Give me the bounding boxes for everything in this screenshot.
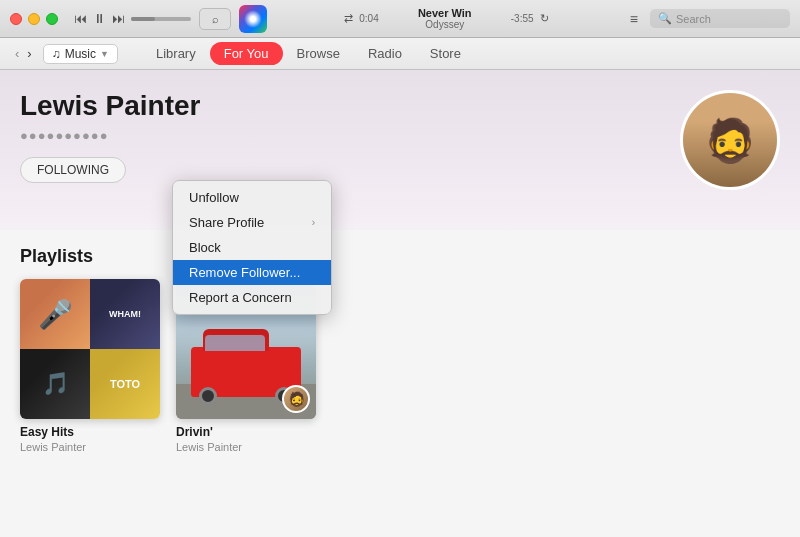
track-artist: Odyssey	[425, 19, 464, 30]
menu-item-report[interactable]: Report a Concern	[173, 285, 331, 310]
track-info: Never Win Odyssey	[385, 7, 505, 30]
music-source-selector[interactable]: ♫ Music ▼	[43, 44, 118, 64]
search-icon: 🔍	[658, 12, 672, 25]
track-time-start: 0:04	[359, 13, 378, 24]
playlist-artwork-easy-hits: 🎤 WHAM! 🎵 TOTO	[20, 279, 160, 419]
close-button[interactable]	[10, 13, 22, 25]
window-controls	[10, 13, 58, 25]
car-wheel-left	[199, 387, 217, 405]
playlist-name-easy-hits: Easy Hits	[20, 425, 160, 439]
source-chevron-icon: ▼	[100, 49, 109, 59]
artwork-cell-easy: 🎵	[20, 349, 90, 419]
search-placeholder: Search	[676, 13, 711, 25]
fullscreen-button[interactable]	[46, 13, 58, 25]
playlists-section: Playlists 🎤 WHAM! 🎵 TOTO Easy Hits Lewis…	[0, 230, 800, 537]
transport-controls: ⏮ ⏸ ⏭	[74, 11, 191, 26]
source-label: Music	[65, 47, 96, 61]
menu-item-report-label: Report a Concern	[189, 290, 292, 305]
menu-item-unfollow[interactable]: Unfollow	[173, 185, 331, 210]
menu-item-unfollow-label: Unfollow	[189, 190, 239, 205]
profile-handle: ●●●●●●●●●●	[20, 128, 780, 143]
avatar: 🧔	[680, 90, 780, 190]
tab-store[interactable]: Store	[416, 42, 475, 65]
minimize-button[interactable]	[28, 13, 40, 25]
menu-item-share-profile[interactable]: Share Profile ›	[173, 210, 331, 235]
tab-radio[interactable]: Radio	[354, 42, 416, 65]
music-note-icon: ♫	[52, 47, 61, 61]
playlist-owner-easy-hits: Lewis Painter	[20, 441, 160, 453]
menu-item-share-label: Share Profile	[189, 215, 264, 230]
search-box[interactable]: 🔍 Search	[650, 9, 790, 28]
avatar-image: 🧔	[683, 93, 777, 187]
car-windshield	[205, 335, 265, 351]
following-button[interactable]: FOLLOWING	[20, 157, 126, 183]
context-menu: Unfollow Share Profile › Block Remove Fo…	[172, 180, 332, 315]
airplay-icon: ⌕	[212, 13, 219, 25]
titlebar: ⏮ ⏸ ⏭ ⌕ ⇄ 0:04 Never Win Odyssey -3:55 ↻…	[0, 0, 800, 38]
play-pause-button[interactable]: ⏸	[93, 11, 106, 26]
main-content: Lewis Painter ●●●●●●●●●● FOLLOWING 🧔 Unf…	[0, 70, 800, 537]
menu-item-block-label: Block	[189, 240, 221, 255]
nav-arrows: ‹ ›	[12, 46, 35, 61]
track-time-remaining: -3:55	[511, 13, 534, 24]
playlist-mini-avatar-drivin: 🧔	[282, 385, 310, 413]
playlists-title: Playlists	[20, 246, 780, 267]
artwork-cell-aretha: 🎤	[20, 279, 90, 349]
fast-forward-button[interactable]: ⏭	[112, 11, 125, 26]
playlists-grid: 🎤 WHAM! 🎵 TOTO Easy Hits Lewis Painter	[20, 279, 780, 453]
menu-item-block[interactable]: Block	[173, 235, 331, 260]
navbar: ‹ › ♫ Music ▼ Library For You Browse Rad…	[0, 38, 800, 70]
profile-area: Lewis Painter ●●●●●●●●●● FOLLOWING 🧔 Unf…	[0, 70, 800, 230]
playlist-card-easy-hits[interactable]: 🎤 WHAM! 🎵 TOTO Easy Hits Lewis Painter	[20, 279, 160, 453]
menu-item-remove-follower[interactable]: Remove Follower...	[173, 260, 331, 285]
playlist-owner-drivin: Lewis Painter	[176, 441, 316, 453]
forward-button[interactable]: ›	[24, 46, 34, 61]
back-button[interactable]: ‹	[12, 46, 22, 61]
menu-icon[interactable]: ≡	[626, 11, 642, 27]
rewind-button[interactable]: ⏮	[74, 11, 87, 26]
artwork-cell-toto: TOTO	[90, 349, 160, 419]
playlist-name-drivin: Drivin'	[176, 425, 316, 439]
app-icon-inner	[244, 10, 262, 28]
tab-library[interactable]: Library	[142, 42, 210, 65]
artwork-cell-wham: WHAM!	[90, 279, 160, 349]
submenu-chevron-icon: ›	[312, 217, 315, 228]
tab-for-you[interactable]: For You	[210, 42, 283, 65]
nav-tabs: Library For You Browse Radio Store	[142, 42, 475, 65]
now-playing-area: ⇄ 0:04 Never Win Odyssey -3:55 ↻	[275, 7, 618, 30]
repeat-icon: ↻	[540, 12, 549, 25]
app-icon	[239, 5, 267, 33]
shuffle-icon: ⇄	[344, 12, 353, 25]
airplay-button[interactable]: ⌕	[199, 8, 231, 30]
track-title: Never Win	[418, 7, 472, 19]
profile-name: Lewis Painter	[20, 90, 780, 122]
tab-browse[interactable]: Browse	[283, 42, 354, 65]
menu-item-remove-follower-label: Remove Follower...	[189, 265, 300, 280]
volume-slider[interactable]	[131, 17, 191, 21]
